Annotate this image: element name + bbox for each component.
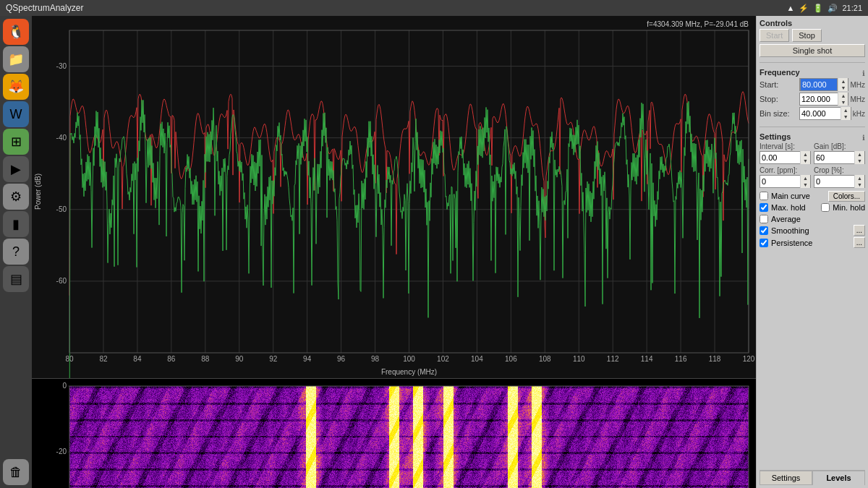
interval-label: Interval [s]:: [760, 142, 811, 150]
gain-label: Gain [dB]:: [814, 142, 865, 150]
persistence-checkbox[interactable]: [760, 239, 768, 247]
start-down-arrow[interactable]: ▼: [838, 85, 848, 91]
stop-spinbox[interactable]: 120.000 ▲ ▼: [799, 93, 848, 106]
crop-label: Crop [%]:: [814, 166, 865, 174]
min-hold-label: Min. hold: [833, 203, 865, 212]
start-spinbox-arrows[interactable]: ▲ ▼: [838, 78, 848, 91]
battery-icon: 🔋: [813, 4, 823, 13]
start-label: Start:: [760, 80, 799, 89]
taskbar-calc[interactable]: ⊞: [3, 129, 29, 155]
titlebar: QSpectrumAnalyzer ▲ ⚡ 🔋 🔊 21:21: [0, 0, 868, 16]
taskbar-impress[interactable]: ▶: [3, 156, 29, 182]
taskbar-help[interactable]: ?: [3, 239, 29, 265]
colors-button[interactable]: Colors...: [828, 191, 865, 202]
clock: 21:21: [842, 4, 862, 12]
main-container: 🐧 📁 🦊 W ⊞ ▶ ⚙ ▮ ? ▤ 🗑 f=4304.309 MHz, P=…: [0, 16, 868, 488]
persistence-row: Persistence: [760, 239, 812, 247]
crop-arrows[interactable]: ▲ ▼: [854, 175, 864, 188]
tab-settings[interactable]: Settings: [760, 471, 812, 485]
divider-2: [760, 127, 865, 127]
bottom-tabs: Settings Levels: [760, 470, 865, 485]
single-shot-button[interactable]: Single shot: [760, 44, 865, 57]
bin-label: Bin size:: [760, 109, 799, 118]
stop-button[interactable]: Stop: [792, 29, 822, 42]
tab-levels[interactable]: Levels: [812, 471, 865, 485]
stop-unit: MHz: [850, 95, 865, 103]
bin-unit: kHz: [853, 110, 865, 118]
min-hold-checkbox[interactable]: [821, 203, 830, 212]
settings-section: Settings ℹ Interval [s]: 0.00 ▲ ▼ Ga: [760, 132, 865, 248]
gain-spinbox[interactable]: 60 ▲ ▼: [814, 151, 865, 164]
spectrum-plot: f=4304.309 MHz, P=-29.041 dB: [32, 16, 756, 379]
bin-spinbox[interactable]: 40.000 ▲ ▼: [799, 107, 851, 120]
taskbar-firefox[interactable]: 🦊: [3, 74, 29, 100]
start-button[interactable]: Start: [760, 29, 789, 42]
waterfall-plot: [32, 379, 756, 488]
right-panel: Controls Start Stop Single shot Frequenc…: [756, 16, 868, 488]
bin-down-arrow[interactable]: ▼: [841, 114, 851, 120]
taskbar: 🐧 📁 🦊 W ⊞ ▶ ⚙ ▮ ? ▤ 🗑: [0, 16, 32, 488]
taskbar-settings[interactable]: ⚙: [3, 184, 29, 210]
crop-down[interactable]: ▼: [855, 181, 864, 188]
main-curve-checkbox[interactable]: [760, 192, 768, 200]
interval-down[interactable]: ▼: [801, 158, 810, 164]
average-checkbox[interactable]: [760, 215, 768, 223]
wifi-icon: ▲: [787, 4, 795, 12]
frequency-info-icon[interactable]: ℹ: [862, 69, 865, 77]
controls-title: Controls: [760, 19, 865, 27]
gain-down[interactable]: ▼: [855, 158, 864, 164]
stop-spinbox-arrows[interactable]: ▲ ▼: [838, 93, 848, 106]
corr-value[interactable]: 0: [760, 177, 800, 186]
stop-up-arrow[interactable]: ▲: [838, 93, 848, 99]
stop-value[interactable]: 120.000: [800, 95, 838, 103]
crop-up[interactable]: ▲: [855, 175, 864, 181]
start-up-arrow[interactable]: ▲: [838, 78, 848, 85]
taskbar-terminal[interactable]: ▮: [3, 211, 29, 237]
checkboxes-area: Main curve Colors... Max. hold Min. hold: [760, 191, 865, 248]
corr-up[interactable]: ▲: [801, 175, 810, 181]
persistence-settings-button[interactable]: ...: [854, 237, 865, 248]
taskbar-trash[interactable]: 🗑: [3, 459, 29, 485]
corr-down[interactable]: ▼: [801, 181, 810, 188]
taskbar-writer[interactable]: W: [3, 101, 29, 127]
taskbar-files[interactable]: 📁: [3, 46, 29, 72]
bin-spinbox-arrows[interactable]: ▲ ▼: [841, 107, 851, 120]
divider-1: [760, 62, 865, 63]
interval-spinbox[interactable]: 0.00 ▲ ▼: [760, 151, 811, 164]
max-hold-checkbox[interactable]: [760, 203, 768, 212]
start-unit: MHz: [850, 81, 865, 89]
smoothing-settings-button[interactable]: ...: [854, 225, 865, 236]
interval-value[interactable]: 0.00: [760, 153, 800, 162]
average-label: Average: [771, 215, 801, 223]
interval-arrows[interactable]: ▲ ▼: [800, 151, 810, 164]
corr-arrows[interactable]: ▲ ▼: [800, 175, 810, 188]
bin-up-arrow[interactable]: ▲: [841, 107, 851, 114]
settings-header: Settings ℹ: [760, 132, 865, 142]
min-hold-row: Min. hold: [821, 203, 865, 212]
stop-down-arrow[interactable]: ▼: [838, 99, 848, 106]
settings-info-icon[interactable]: ℹ: [862, 134, 865, 142]
persistence-label: Persistence: [771, 239, 812, 247]
gain-up[interactable]: ▲: [855, 151, 864, 158]
bin-value[interactable]: 40.000: [800, 109, 841, 118]
taskbar-ubuntu[interactable]: 🐧: [3, 19, 29, 45]
frequency-section: Frequency ℹ Start: 80.000 ▲ ▼ MHz: [760, 68, 865, 121]
crop-value[interactable]: 0: [814, 177, 854, 186]
frequency-title: Frequency: [760, 68, 800, 77]
interval-gain-row: Interval [s]: 0.00 ▲ ▼ Gain [dB]: 60: [760, 142, 865, 164]
taskbar-media[interactable]: ▤: [3, 266, 29, 292]
app-title: QSpectrumAnalyzer: [6, 3, 83, 13]
start-value[interactable]: 80.000: [800, 78, 838, 91]
gain-value[interactable]: 60: [814, 153, 854, 162]
crop-spinbox[interactable]: 0 ▲ ▼: [814, 175, 865, 188]
interval-up[interactable]: ▲: [801, 151, 810, 158]
smoothing-checkbox[interactable]: [760, 226, 768, 235]
settings-title: Settings: [760, 132, 791, 141]
smoothing-label: Smoothing: [771, 226, 809, 235]
corr-spinbox[interactable]: 0 ▲ ▼: [760, 175, 811, 188]
frequency-header: Frequency ℹ: [760, 68, 865, 78]
gain-arrows[interactable]: ▲ ▼: [854, 151, 864, 164]
average-row: Average: [760, 215, 865, 223]
volume-icon: 🔊: [827, 4, 838, 13]
start-spinbox[interactable]: 80.000 ▲ ▼: [799, 78, 848, 91]
